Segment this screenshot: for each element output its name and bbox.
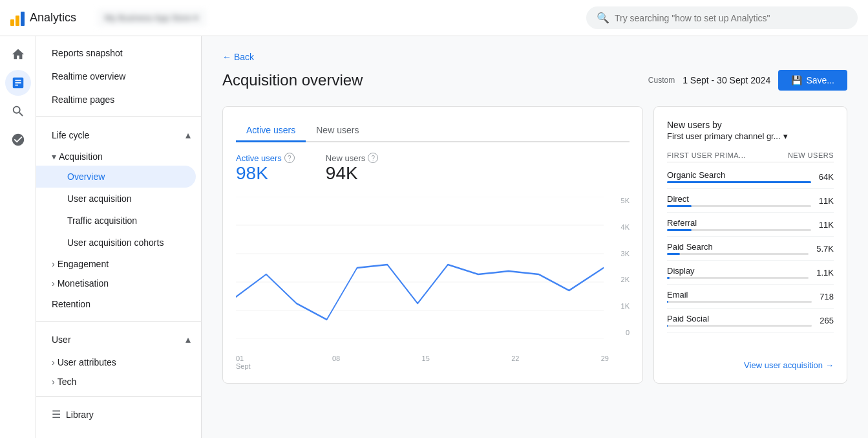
- dashboard-row: Active users New users Active users ? 98…: [222, 106, 847, 384]
- back-button[interactable]: ← Back: [222, 52, 847, 62]
- acq-subtitle: First user primary channel gr... ▾: [667, 131, 834, 141]
- acq-bar-wrap: [667, 229, 811, 231]
- divider-2: [36, 321, 201, 322]
- monetisation-label: Monetisation: [58, 278, 109, 289]
- account-selector[interactable]: My Business App Store ▾: [97, 9, 206, 27]
- metric-active-users: Active users ? 98K: [236, 153, 295, 184]
- acq-value: 5.7K: [816, 244, 834, 254]
- logo-bars: [10, 10, 25, 26]
- divider-3: [36, 396, 201, 397]
- sidebar-item-retention[interactable]: Retention: [36, 292, 201, 316]
- user-attributes-icon: ›: [52, 357, 55, 367]
- acquisition-card: New users by First user primary channel …: [653, 106, 847, 384]
- save-label: Save...: [806, 75, 834, 85]
- engagement-expand-icon: ›: [52, 259, 55, 269]
- acq-row: Paid Search 5.7K: [667, 237, 834, 261]
- date-range-value: 1 Sept - 30 Sept 2024: [683, 75, 770, 85]
- search-input[interactable]: [615, 13, 847, 23]
- acq-channel-cell: Organic Search: [667, 170, 811, 183]
- tech-icon: ›: [52, 377, 55, 387]
- y-label-3k: 3K: [621, 250, 630, 257]
- divider-1: [36, 116, 201, 117]
- user-attributes-header[interactable]: › User attributes: [36, 352, 201, 371]
- acquisition-label: Acquisition: [59, 151, 103, 162]
- user-section[interactable]: User ▴: [36, 327, 201, 352]
- sidebar-item-user-acquisition-cohorts[interactable]: User acquisition cohorts: [36, 232, 201, 254]
- rail-home[interactable]: [5, 41, 31, 67]
- acq-rows: Organic Search 64K Direct 11K Referral: [667, 165, 834, 333]
- lifecycle-section[interactable]: Life cycle ▴: [36, 122, 201, 148]
- new-users-label: New users ?: [326, 153, 378, 163]
- acq-value: 64K: [819, 172, 834, 182]
- rail-search[interactable]: [5, 98, 31, 124]
- view-acquisition-text: View user acquisition: [744, 360, 823, 370]
- save-button[interactable]: 💾 Save...: [778, 70, 847, 91]
- acq-value: 265: [820, 316, 834, 325]
- tech-header[interactable]: › Tech: [36, 371, 201, 391]
- acq-bar: [667, 277, 670, 279]
- acq-channel-cell: Direct: [667, 194, 811, 207]
- chart-y-labels: 5K 4K 3K 2K 1K 0: [621, 197, 630, 352]
- y-label-1k: 1K: [621, 302, 630, 310]
- lifecycle-label: Life cycle: [52, 130, 89, 140]
- rail-reports[interactable]: [5, 70, 31, 96]
- search-icon: 🔍: [597, 12, 609, 24]
- view-acquisition-arrow: →: [825, 360, 834, 370]
- date-custom-label: Custom: [648, 76, 675, 85]
- acq-channel-name: Email: [667, 290, 812, 300]
- sidebar-item-library[interactable]: ☰ Library: [36, 402, 201, 427]
- acq-value: 718: [820, 292, 834, 301]
- sidebar-item-reports-snapshot[interactable]: Reports snapshot: [36, 41, 201, 65]
- metric-new-users: New users ? 94K: [326, 153, 378, 184]
- logo-bar-2: [16, 16, 19, 26]
- acquisition-expand-icon: ▾: [52, 151, 56, 162]
- monetisation-section-header[interactable]: › Monetisation: [36, 273, 201, 292]
- tech-label: Tech: [58, 377, 77, 387]
- acq-row: Organic Search 64K: [667, 165, 834, 189]
- sidebar-item-overview[interactable]: Overview: [36, 166, 196, 188]
- acq-col-channel: FIRST USER PRIMA...: [667, 151, 746, 159]
- active-users-help-icon[interactable]: ?: [284, 153, 295, 163]
- sidebar-item-user-acquisition[interactable]: User acquisition: [36, 188, 201, 210]
- acq-value: 1.1K: [816, 268, 834, 278]
- acq-value: 11K: [819, 220, 834, 230]
- active-users-label: Active users ?: [236, 153, 295, 163]
- acq-channel-name: Organic Search: [667, 170, 811, 180]
- acq-bar-wrap: [667, 301, 812, 303]
- date-range-section: Custom 1 Sept - 30 Sept 2024 💾 Save...: [648, 70, 847, 91]
- acq-channel-label: First user primary channel gr...: [667, 131, 781, 141]
- x-label-01: 01 Sept: [236, 355, 251, 370]
- view-acquisition-link[interactable]: View user acquisition →: [744, 360, 834, 370]
- acq-bar-wrap: [667, 181, 811, 183]
- acq-bar-wrap: [667, 205, 811, 207]
- icon-rail: [0, 36, 36, 438]
- engagement-section-header[interactable]: › Engagement: [36, 254, 201, 273]
- tab-new-users[interactable]: New users: [306, 120, 369, 142]
- acq-bar-wrap: [667, 253, 809, 255]
- acq-bar: [667, 253, 680, 255]
- rail-users[interactable]: [5, 127, 31, 153]
- y-label-5k: 5K: [621, 197, 630, 204]
- x-label-15: 15: [422, 355, 430, 370]
- page-content: ← Back Acquisition overview Custom 1 Sep…: [202, 36, 868, 438]
- sidebar: Reports snapshot Realtime overview Realt…: [36, 36, 202, 438]
- acq-bar-wrap: [667, 277, 809, 279]
- new-users-value: 94K: [326, 163, 378, 184]
- acq-bar: [667, 301, 668, 303]
- sidebar-item-realtime-pages[interactable]: Realtime pages: [36, 88, 201, 111]
- search-bar[interactable]: 🔍: [586, 6, 858, 29]
- new-users-help-icon[interactable]: ?: [368, 153, 378, 163]
- acq-channel-cell: Display: [667, 266, 809, 279]
- tab-active-users[interactable]: Active users: [236, 120, 306, 142]
- acq-row: Email 718: [667, 285, 834, 309]
- sidebar-item-realtime-overview[interactable]: Realtime overview: [36, 65, 201, 88]
- library-label: Library: [66, 410, 94, 420]
- sidebar-item-traffic-acquisition[interactable]: Traffic acquisition: [36, 210, 201, 232]
- monetisation-expand-icon: ›: [52, 278, 55, 289]
- logo-bar-3: [21, 12, 25, 26]
- acquisition-section-header[interactable]: ▾ Acquisition: [36, 148, 201, 166]
- page-title: Acquisition overview: [222, 71, 363, 89]
- acq-footer: View user acquisition →: [667, 352, 834, 370]
- acq-dropdown-icon[interactable]: ▾: [783, 131, 788, 141]
- acq-row: Paid Social 265: [667, 309, 834, 333]
